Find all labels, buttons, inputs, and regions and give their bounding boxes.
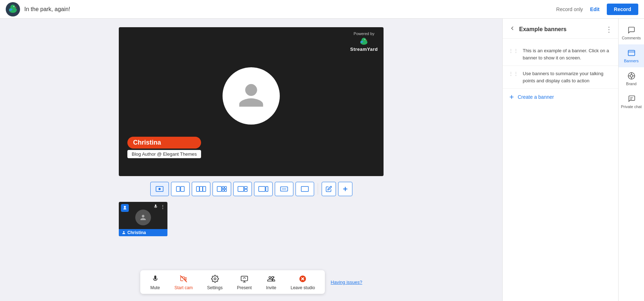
svg-rect-28: [259, 186, 265, 191]
brand-icon: [627, 72, 636, 80]
participant-thumb[interactable]: ⋮ Christina: [119, 202, 167, 236]
svg-rect-32: [301, 186, 308, 191]
present-button[interactable]: Present: [230, 270, 259, 294]
svg-rect-37: [241, 276, 248, 281]
tab-brand[interactable]: Brand: [619, 67, 644, 90]
present-label: Present: [237, 285, 252, 290]
layout-add-button[interactable]: [338, 182, 352, 196]
svg-rect-23: [225, 186, 226, 189]
svg-point-14: [158, 188, 161, 190]
svg-point-36: [214, 278, 216, 280]
banner-text-2: Use banners to summarize your talking po…: [523, 70, 613, 84]
add-to-stage-icon: [121, 204, 129, 212]
invite-button[interactable]: Invite: [259, 270, 284, 294]
bottom-toolbar: Mute Start cam: [0, 264, 502, 301]
panel-back-button[interactable]: [508, 24, 516, 34]
participant-name-bar: Christina: [119, 229, 167, 236]
svg-rect-27: [244, 189, 247, 191]
svg-rect-49: [628, 50, 634, 56]
leave-label: Leave studio: [291, 285, 315, 290]
tab-comments-label: Comments: [622, 36, 641, 40]
role-badge: Blog Author @ Elegant Themes: [127, 150, 201, 158]
layout-blank[interactable]: [296, 182, 314, 196]
layout-two[interactable]: [171, 182, 190, 196]
svg-rect-21: [222, 186, 224, 189]
layout-three[interactable]: [192, 182, 210, 196]
participant-mic-button[interactable]: [153, 204, 158, 210]
present-icon: [239, 274, 249, 284]
settings-icon: [210, 274, 220, 284]
start-cam-button[interactable]: Start cam: [167, 270, 200, 294]
svg-rect-22: [222, 189, 224, 191]
having-issues-button[interactable]: Having issues?: [331, 280, 362, 285]
banner-text-1: This is an example of a banner. Click on…: [523, 47, 613, 61]
person-icon: [237, 82, 265, 110]
svg-rect-15: [176, 186, 180, 191]
participant-more-button[interactable]: ⋮: [160, 204, 165, 210]
mute-button[interactable]: Mute: [143, 270, 167, 294]
streamyard-logo: StreamYard: [350, 37, 378, 52]
record-only-label: Record only: [556, 6, 583, 12]
tab-banners[interactable]: Banners: [619, 44, 644, 67]
banners-icon: [627, 49, 636, 57]
name-badge: Christina: [127, 137, 201, 149]
participant-avatar: [135, 210, 151, 225]
invite-icon: [266, 274, 276, 284]
tab-private-chat-label: Private chat: [621, 105, 641, 109]
layout-fullscreen[interactable]: [254, 182, 273, 196]
svg-rect-19: [203, 186, 206, 191]
right-panel: Example banners ⋮ ⋮⋮ This is an example …: [502, 19, 644, 301]
page-title: In the park, again!: [24, 6, 556, 13]
svg-rect-24: [225, 189, 226, 191]
svg-rect-29: [266, 186, 268, 191]
start-cam-icon: [179, 274, 189, 284]
tab-brand-label: Brand: [626, 82, 636, 86]
svg-rect-20: [217, 186, 221, 191]
panel-content: Example banners ⋮ ⋮⋮ This is an example …: [503, 19, 618, 301]
participant-name: Christina: [127, 230, 146, 235]
comments-icon: [627, 26, 636, 34]
edit-button[interactable]: Edit: [587, 4, 602, 14]
topbar: In the park, again! Record only Edit Rec…: [0, 0, 644, 19]
video-stage: Powered by StreamYard: [119, 27, 384, 176]
record-button[interactable]: Record: [607, 4, 638, 15]
svg-line-40: [243, 277, 244, 278]
tab-banners-label: Banners: [624, 59, 639, 63]
tab-private-chat[interactable]: Private chat: [619, 90, 644, 113]
leave-studio-button[interactable]: Leave studio: [283, 270, 322, 294]
participants-row: ⋮ Christina: [119, 202, 167, 236]
panel-body: ⋮⋮ This is an example of a banner. Click…: [503, 39, 618, 301]
layout-name-only[interactable]: [275, 182, 293, 196]
svg-rect-17: [196, 186, 199, 191]
center-wrapper: Powered by StreamYard: [0, 19, 502, 301]
name-tag-overlay: Christina Blog Author @ Elegant Themes: [127, 137, 201, 158]
center-content: Powered by StreamYard: [119, 19, 384, 301]
layout-side[interactable]: [233, 182, 252, 196]
streamyard-duck-icon: [357, 37, 370, 47]
powered-by-text: Powered by: [350, 31, 378, 36]
banner-item-1[interactable]: ⋮⋮ This is an example of a banner. Click…: [503, 43, 618, 66]
svg-marker-11: [366, 40, 367, 41]
create-banner-button[interactable]: Create a banner: [503, 89, 560, 105]
create-banner-label: Create a banner: [518, 94, 554, 100]
svg-point-4: [14, 6, 15, 6]
layout-four[interactable]: [213, 182, 231, 196]
layout-edit-button[interactable]: [322, 182, 336, 196]
banner-item-2[interactable]: ⋮⋮ Use banners to summarize your talking…: [503, 66, 618, 89]
layout-single[interactable]: [150, 182, 169, 196]
layout-bar: [150, 182, 352, 196]
invite-label: Invite: [266, 285, 277, 290]
panel-more-button[interactable]: ⋮: [605, 25, 613, 34]
panel-header: Example banners ⋮: [503, 19, 618, 39]
app-logo: [6, 2, 20, 16]
start-cam-label: Start cam: [175, 285, 193, 290]
layout-separator: [318, 183, 318, 195]
tab-comments[interactable]: Comments: [619, 21, 644, 44]
svg-point-10: [365, 39, 366, 39]
settings-button[interactable]: Settings: [200, 270, 230, 294]
svg-point-52: [630, 74, 633, 77]
svg-rect-16: [181, 186, 184, 191]
svg-rect-26: [244, 186, 247, 189]
banner-drag-icon-2: ⋮⋮: [508, 71, 518, 77]
svg-rect-25: [238, 186, 244, 191]
